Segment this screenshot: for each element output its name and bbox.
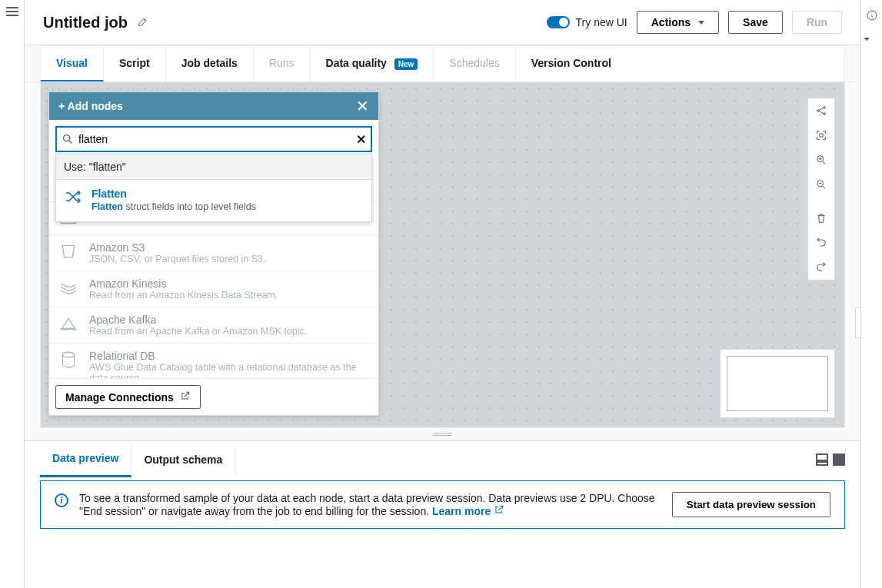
item-desc: AWS Glue Data Catalog table with a relat… (89, 362, 369, 378)
info-message: To see a transformed sample of your data… (79, 492, 655, 517)
search-dropdown: Use: "flatten" Flatten Flatten struct fi… (55, 154, 372, 222)
svg-rect-6 (820, 134, 823, 137)
expand-view-icon[interactable] (833, 453, 845, 466)
tab-runs: Runs (254, 46, 311, 81)
item-desc: Read from an Amazon Kinesis Data Stream. (89, 290, 278, 301)
svg-point-4 (824, 107, 826, 109)
list-item[interactable]: Amazon KinesisRead from an Amazon Kinesi… (49, 271, 378, 307)
start-preview-session-button[interactable]: Start data preview session (672, 492, 830, 517)
learn-more-link[interactable]: Learn more (432, 504, 504, 517)
job-title: Untitled job (43, 14, 128, 32)
external-link-icon (494, 504, 504, 517)
toggle-switch-icon (547, 16, 570, 28)
nav-sidebar-collapsed (0, 0, 25, 588)
node-search-input[interactable] (74, 133, 356, 145)
menu-icon[interactable] (6, 7, 18, 16)
tab-version-control[interactable]: Version Control (516, 46, 627, 81)
search-result-flatten[interactable]: Flatten Flatten struct fields into top l… (56, 180, 371, 221)
info-icon: i (55, 493, 68, 507)
result-text: Flatten Flatten struct fields into top l… (92, 188, 256, 212)
item-name: Amazon S3 (89, 241, 266, 254)
tab-schedules: Schedules (434, 46, 515, 81)
toggle-label: Try new UI (576, 16, 627, 28)
item-name: Apache Kafka (89, 314, 307, 326)
edit-title-icon[interactable] (137, 15, 149, 30)
info-text: To see a transformed sample of your data… (79, 492, 661, 517)
right-toolbar (860, 0, 882, 588)
share-icon[interactable] (808, 98, 834, 123)
try-new-ui-toggle[interactable]: Try new UI (547, 16, 627, 28)
new-badge: New (394, 58, 418, 70)
learn-more-label: Learn more (432, 505, 491, 517)
panel-splitter[interactable] (25, 428, 860, 440)
panel-layout-tools (816, 453, 845, 466)
use-search-term-option[interactable]: Use: "flatten" (56, 154, 371, 180)
close-panel-icon[interactable]: ✕ (356, 98, 369, 114)
actions-dropdown-button[interactable]: Actions (637, 11, 719, 34)
main-area: Untitled job Try new UI Actions Save Run… (25, 0, 860, 588)
svg-point-3 (817, 110, 820, 112)
bottom-panel: Data preview Output schema i To see a tr… (25, 440, 860, 544)
external-link-icon (180, 390, 191, 404)
tab-visual[interactable]: Visual (41, 46, 104, 82)
flatten-icon (64, 188, 82, 208)
actions-label: Actions (651, 16, 691, 28)
info-panel-icon[interactable] (866, 9, 878, 24)
preview-info-alert: i To see a transformed sample of your da… (40, 480, 845, 529)
svg-point-0 (64, 135, 70, 141)
visual-canvas[interactable]: + Add nodes ✕ ✕ Use: "flatten" (40, 82, 845, 428)
list-item[interactable]: Apache KafkaRead from an Apache Kafka or… (49, 307, 378, 343)
search-box: ✕ (55, 126, 372, 152)
collapse-handle[interactable] (855, 307, 861, 338)
search-icon (62, 133, 74, 145)
node-type-list: AWS Glue Data Catalog table as the data … (49, 201, 378, 378)
manage-connections-label: Manage Connections (65, 391, 174, 404)
kinesis-icon (58, 277, 78, 297)
tab-dq-label: Data quality (326, 57, 387, 69)
header-actions: Try new UI Actions Save Run (547, 11, 842, 34)
tab-script[interactable]: Script (104, 46, 166, 81)
delete-icon[interactable] (808, 206, 834, 231)
svg-point-2 (62, 352, 74, 357)
result-desc: Flatten struct fields into top level fie… (92, 201, 256, 212)
list-item[interactable]: Relational DBAWS Glue Data Catalog table… (49, 343, 378, 378)
tab-bar: Visual Script Job details Runs Data qual… (40, 45, 845, 81)
s3-icon (58, 241, 78, 261)
page-header: Untitled job Try new UI Actions Save Run (25, 0, 860, 45)
zoom-in-icon[interactable] (808, 148, 834, 172)
fit-view-icon[interactable] (808, 123, 834, 148)
database-icon (58, 350, 78, 370)
canvas-toolbar (807, 98, 835, 281)
canvas-container: + Add nodes ✕ ✕ Use: "flatten" (25, 81, 860, 428)
tab-data-quality[interactable]: Data quality New (311, 46, 434, 81)
item-desc: Read from an Apache Kafka or Amazon MSK … (89, 326, 307, 337)
run-button: Run (792, 11, 842, 34)
list-item[interactable]: Amazon S3JSON, CSV, or Parquet files sto… (49, 234, 378, 271)
panel-footer: Manage Connections (49, 378, 378, 415)
tab-job-details[interactable]: Job details (166, 46, 254, 81)
add-nodes-header: + Add nodes ✕ (49, 92, 378, 120)
kafka-icon (58, 314, 78, 334)
caret-down-icon (698, 21, 704, 25)
search-container: ✕ Use: "flatten" Flatten Flatten struct … (49, 120, 378, 158)
undo-icon[interactable] (808, 231, 834, 255)
manage-connections-button[interactable]: Manage Connections (55, 385, 201, 409)
result-title: Flatten (92, 188, 256, 200)
svg-point-5 (824, 113, 826, 115)
clear-search-icon[interactable]: ✕ (356, 132, 366, 147)
tabs-container: Visual Script Job details Runs Data qual… (25, 45, 860, 81)
item-name: Amazon Kinesis (89, 277, 278, 290)
item-desc: JSON, CSV, or Parquet files stored in S3… (89, 254, 266, 264)
bottom-tabs: Data preview Output schema (25, 441, 860, 477)
add-nodes-panel: + Add nodes ✕ ✕ Use: "flatten" (48, 91, 379, 416)
zoom-out-icon[interactable] (808, 172, 834, 197)
add-nodes-title: + Add nodes (58, 100, 123, 112)
redo-icon[interactable] (808, 255, 834, 280)
canvas-minimap[interactable] (720, 349, 835, 418)
item-name: Relational DB (89, 350, 369, 362)
split-view-icon[interactable] (816, 453, 828, 466)
tab-output-schema[interactable]: Output schema (131, 443, 235, 477)
save-button[interactable]: Save (728, 11, 783, 34)
tab-data-preview[interactable]: Data preview (40, 441, 131, 477)
